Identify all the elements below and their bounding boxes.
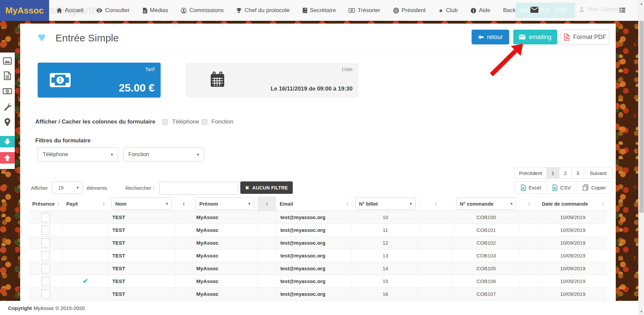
sort-icon[interactable]: ▴▾ xyxy=(103,202,105,206)
nav-item-accueil[interactable]: Accueil xyxy=(56,7,83,14)
csv-icon xyxy=(552,184,558,191)
scroll-down-arrow[interactable]: ▼ xyxy=(639,309,644,314)
fonction-filter-select[interactable]: Fonction▼ xyxy=(123,147,204,162)
presence-checkbox[interactable] xyxy=(41,251,50,260)
pdf-button[interactable]: Format PDF xyxy=(561,30,609,44)
presence-checkbox[interactable] xyxy=(41,264,50,273)
presence-checkbox[interactable] xyxy=(41,225,50,235)
chevron-down-icon: ▼ xyxy=(110,153,114,156)
header-billet-sort[interactable]: ▴▾ xyxy=(419,197,452,211)
nav-item-tresorier[interactable]: Trésorier xyxy=(349,7,380,14)
date-cell: 10/09/2019 xyxy=(538,211,607,223)
header-prenom-sort[interactable]: ▴▾ xyxy=(257,197,276,211)
clear-filter-button[interactable]: ✖ AUCUN FILTRE xyxy=(240,181,293,194)
back-button[interactable]: retour xyxy=(472,30,509,44)
banknote-icon[interactable] xyxy=(0,85,15,97)
nav-item-aide[interactable]: Aide xyxy=(471,7,490,14)
header-email[interactable]: Email▴▾ xyxy=(276,197,352,211)
commande-cell: COB100 xyxy=(452,211,520,223)
fonction-checkbox[interactable] xyxy=(202,119,207,125)
email-cell: test@myassoc.org xyxy=(276,262,352,275)
sort-icon[interactable]: ▴▾ xyxy=(183,202,185,206)
telephone-filter-select[interactable]: Téléphone▼ xyxy=(38,147,118,162)
pagination-page-1[interactable]: 1 xyxy=(547,167,559,179)
pagination-page-3[interactable]: 3 xyxy=(572,167,584,179)
wrench-icon[interactable] xyxy=(0,101,15,112)
header-nom-sort[interactable]: ▴▾ xyxy=(175,197,192,211)
account-menu[interactable]: Mon Compte xyxy=(579,6,620,13)
sort-icon[interactable]: ▴▾ xyxy=(602,202,604,206)
sort-icon[interactable]: ▴▾ xyxy=(435,202,437,206)
sort-icon[interactable]: ▴▾ xyxy=(528,202,530,206)
table-row: TEST MyAssoc test@myassoc.org 14 COB105 … xyxy=(29,262,607,275)
header-billet[interactable]: N° billet▼ xyxy=(352,197,419,211)
table-row: TEST MyAssoc test@myassoc.org 12 COB102 … xyxy=(29,237,607,249)
header-commande[interactable]: N° commande▼ xyxy=(452,197,520,211)
svg-text:1: 1 xyxy=(59,77,62,83)
search-input[interactable] xyxy=(159,182,238,195)
header-nom[interactable]: Nom▼ xyxy=(108,197,175,211)
nav-item-consulter[interactable]: Consulter xyxy=(96,7,130,14)
home-icon xyxy=(56,8,62,13)
fonction-checkbox-label: Fonction xyxy=(211,118,233,125)
presence-checkbox[interactable] xyxy=(41,238,50,248)
nav-item-club[interactable]: ★ Club xyxy=(438,7,457,14)
header-date[interactable]: Date de commande▴▾ xyxy=(538,197,607,211)
header-commande-sort[interactable]: ▴▾ xyxy=(520,197,538,211)
pagination-next[interactable]: Suivant xyxy=(584,167,612,179)
map-pin-icon[interactable] xyxy=(0,116,15,128)
heart-icon: ♥ xyxy=(38,30,46,44)
copy-button[interactable]: Copier xyxy=(576,181,612,194)
season-select[interactable]: Saison 2019 - 2020 ▾ xyxy=(516,3,575,18)
billet-cell: 15 xyxy=(352,275,419,287)
nom-sort-cell xyxy=(175,262,192,275)
nav-item-commissions[interactable]: Commissions xyxy=(181,7,224,14)
trophy-icon xyxy=(236,8,242,13)
vertical-scrollbar[interactable]: ▲ ▼ xyxy=(638,0,644,315)
table-row: TEST MyAssoc test@myassoc.org 13 COB103 … xyxy=(29,249,607,262)
email-cell: test@myassoc.org xyxy=(276,237,352,249)
nav-item-chef-du-protocole[interactable]: Chef du protocole xyxy=(236,7,289,14)
header-paye[interactable]: Payé▴▾ xyxy=(63,197,108,211)
menu-icon[interactable] xyxy=(619,8,625,14)
email-cell: test@myassoc.org xyxy=(276,211,352,223)
nom-header-select[interactable]: Nom▼ xyxy=(112,198,172,210)
pagination-previous[interactable]: Précédent xyxy=(514,167,547,179)
sort-icon[interactable]: ▴▾ xyxy=(266,202,268,206)
sort-icon[interactable]: ▴▾ xyxy=(347,202,348,206)
billet-header-select[interactable]: N° billet▼ xyxy=(355,198,415,210)
page-size-select[interactable]: 15▼ xyxy=(52,181,83,194)
presence-checkbox[interactable] xyxy=(41,277,50,286)
nav-item-medias[interactable]: Médias xyxy=(143,7,168,14)
prenom-cell: MyAssoc xyxy=(192,275,257,287)
upload-arrow-icon[interactable] xyxy=(0,152,15,164)
app-logo[interactable]: MyAssoc xyxy=(0,0,49,21)
scrollbar-thumb[interactable] xyxy=(639,21,644,213)
commande-header-select[interactable]: N° commande▼ xyxy=(456,198,516,210)
sort-icon[interactable]: ▴▾ xyxy=(57,202,59,206)
export-csv-button[interactable]: CSV xyxy=(547,181,576,194)
emailing-button[interactable]: emailing xyxy=(513,30,557,44)
header-prenom[interactable]: Prénom▼ xyxy=(192,197,257,211)
table-row: ✔ TEST MyAssoc test@myassoc.org 15 COB10… xyxy=(29,275,607,288)
scroll-up-arrow[interactable]: ▲ xyxy=(639,1,644,6)
presence-cell xyxy=(29,249,63,262)
prenom-header-select[interactable]: Prénom▼ xyxy=(196,198,254,210)
app-root: ♥ Entrée Simple retour emailing Format P… xyxy=(0,0,644,315)
pagination-page-2[interactable]: 2 xyxy=(559,167,572,179)
document-icon[interactable] xyxy=(0,70,15,81)
nav-item-secretaire[interactable]: Secrétaire xyxy=(303,7,336,14)
telephone-checkbox[interactable] xyxy=(162,119,168,125)
export-excel-button[interactable]: Excel xyxy=(515,181,547,194)
billet-sort-cell xyxy=(419,288,452,300)
messages-button[interactable] xyxy=(530,7,538,14)
presence-checkbox[interactable] xyxy=(41,289,50,299)
chart-icon[interactable] xyxy=(0,55,15,67)
presence-checkbox[interactable] xyxy=(41,213,50,222)
download-arrow-icon[interactable] xyxy=(0,136,15,147)
nav-item-president[interactable]: Président xyxy=(393,7,426,14)
divider xyxy=(29,56,607,56)
header-presence[interactable]: Présence▴▾ xyxy=(29,197,63,211)
email-cell: test@myassoc.org xyxy=(276,249,352,262)
filters-label: Filtres du formulaire xyxy=(35,137,90,144)
